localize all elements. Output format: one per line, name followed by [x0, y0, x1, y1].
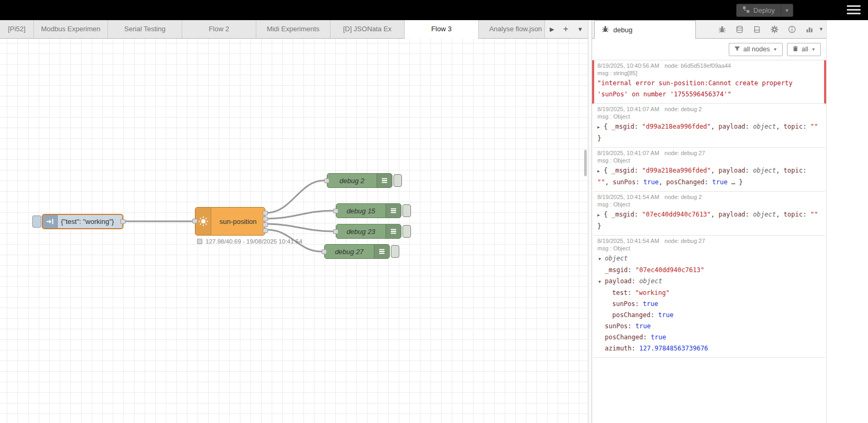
token-num: 127.97848563739676 — [639, 345, 708, 352]
token-punct: { — [604, 211, 611, 218]
inject-node[interactable]: {"test": "working"} — [42, 214, 123, 229]
expand-caret-icon[interactable]: ▸ — [597, 166, 604, 177]
message-source-node[interactable]: node: debug 27 — [665, 150, 705, 156]
tab-scroll-right-icon[interactable]: ▶ — [550, 26, 554, 33]
main-menu-button[interactable] — [847, 5, 861, 14]
debug-message: 8/19/2025, 10:41:07 AMnode: debug 2msg :… — [592, 104, 826, 148]
deploy-options-caret-icon[interactable]: ▼ — [781, 8, 793, 13]
info-icon[interactable] — [788, 25, 796, 33]
deploy-button[interactable]: Deploy ▼ — [736, 4, 793, 17]
message-source-node[interactable]: node: debug 2 — [665, 194, 702, 200]
add-flow-button[interactable]: + — [563, 25, 568, 33]
message-source-node[interactable]: node: debug 2 — [665, 106, 702, 112]
inject-trigger-button[interactable] — [32, 215, 41, 228]
token-punct: … } — [728, 178, 743, 186]
debug-enable-toggle[interactable] — [393, 174, 402, 187]
database-icon[interactable] — [735, 25, 744, 33]
debug-node[interactable]: debug 2 — [327, 173, 392, 188]
sidebar-splitter[interactable] — [588, 20, 592, 423]
tab-list-caret-icon[interactable]: ▼ — [577, 26, 583, 32]
token-str: "07ec40dd940c7613" — [642, 211, 711, 218]
token-punct: : — [803, 123, 810, 130]
wire[interactable] — [267, 181, 324, 213]
canvas-vertical-scrollbar[interactable] — [584, 150, 587, 176]
token-type: object — [605, 255, 628, 262]
output-port[interactable] — [263, 222, 268, 227]
token-key: sunPos — [613, 178, 636, 186]
sun-icon — [195, 208, 211, 235]
token-punct: : — [628, 266, 635, 274]
message-source-node[interactable]: node: debug 27 — [665, 238, 705, 244]
flow-tab-active[interactable]: Flow 3 — [405, 20, 479, 39]
token-punct: { — [604, 167, 611, 174]
input-port[interactable] — [333, 229, 338, 234]
flow-tab[interactable]: [D] JSONata Ex — [330, 20, 405, 38]
token-str: "07ec40dd940c7613" — [636, 266, 704, 274]
debug-node[interactable]: debug 15 — [336, 203, 401, 218]
debug-node-label: debug 23 — [336, 224, 386, 238]
input-port[interactable] — [192, 219, 198, 223]
deploy-icon — [742, 6, 750, 15]
expand-caret-icon[interactable]: ▸ — [597, 210, 604, 221]
message-line: ▾object — [597, 253, 821, 265]
sun-position-node[interactable]: sun-position — [195, 207, 265, 236]
message-line: ▸{ _msgid: "07ec40dd940c7613", payload: … — [597, 209, 821, 232]
output-port[interactable] — [263, 211, 268, 215]
flow-tab[interactable]: Modbus Experimen — [34, 20, 108, 38]
output-port[interactable] — [263, 228, 268, 233]
flow-canvas[interactable]: {"test": "working"} sun-position 127.98/… — [0, 39, 588, 423]
debug-enable-toggle[interactable] — [402, 204, 411, 217]
debug-enable-toggle[interactable] — [402, 225, 411, 238]
input-port[interactable] — [333, 209, 338, 213]
message-line: ▸{ _msgid: "d99a218ea996fded", payload: … — [597, 121, 821, 144]
message-property: msg : Object — [597, 113, 821, 120]
collapse-caret-icon[interactable]: ▾ — [598, 254, 605, 265]
book-icon[interactable] — [753, 25, 761, 33]
token-type: object — [753, 211, 776, 218]
message-timestamp: 8/19/2025, 10:41:54 AM — [597, 194, 659, 200]
input-port[interactable] — [321, 249, 327, 254]
token-bool: true — [643, 300, 658, 308]
message-source-node[interactable]: node: b6d5d518ef09aa44 — [665, 62, 731, 69]
funnel-icon — [734, 46, 740, 53]
token-type: object — [753, 123, 776, 130]
debug-enable-toggle[interactable] — [391, 245, 399, 258]
wire-layer — [0, 39, 588, 423]
flow-tab[interactable]: Analyse flow.json — [479, 20, 553, 38]
token-key: sunPos — [612, 300, 635, 308]
input-port[interactable] — [324, 178, 329, 183]
expand-caret-icon[interactable]: ▸ — [597, 122, 604, 133]
token-type: object — [753, 167, 776, 174]
clear-button[interactable]: all ▼ — [787, 43, 821, 56]
output-port[interactable] — [263, 217, 268, 221]
message-line: test: "working" — [597, 287, 821, 299]
token-punct: : — [634, 123, 642, 130]
debug-node[interactable]: debug 23 — [336, 224, 401, 239]
wire[interactable] — [267, 211, 333, 219]
output-port[interactable] — [120, 219, 126, 224]
chart-icon[interactable] — [805, 25, 813, 33]
debug-list-icon — [374, 245, 389, 258]
collapse-caret-icon[interactable]: ▾ — [598, 276, 605, 287]
token-punct: : — [635, 300, 642, 308]
tab-debug[interactable]: debug — [594, 20, 696, 39]
message-property: msg : string[85] — [597, 70, 821, 76]
sidebar: debug — [592, 20, 826, 423]
token-type: object — [639, 277, 662, 285]
token-str: "" — [810, 211, 818, 218]
wire[interactable] — [267, 224, 333, 231]
flow-tab[interactable]: [Pi52] — [0, 20, 34, 38]
debug-node[interactable]: debug 27 — [324, 244, 390, 259]
flow-tab[interactable]: Midi Experiments — [256, 20, 330, 38]
flow-tab[interactable]: Serial Testing — [108, 20, 182, 38]
token-key: topic — [784, 123, 803, 130]
token-punct: : — [628, 322, 635, 330]
token-punct: : — [632, 345, 639, 352]
token-punct: , — [605, 178, 612, 186]
sidebar-menu-caret-icon[interactable]: ▼ — [819, 26, 824, 32]
gear-icon[interactable] — [770, 25, 778, 33]
filter-button[interactable]: all nodes ▼ — [729, 43, 783, 56]
token-bool: true — [658, 311, 674, 319]
bug-icon[interactable] — [718, 25, 726, 33]
flow-tab[interactable]: Flow 2 — [182, 20, 256, 38]
